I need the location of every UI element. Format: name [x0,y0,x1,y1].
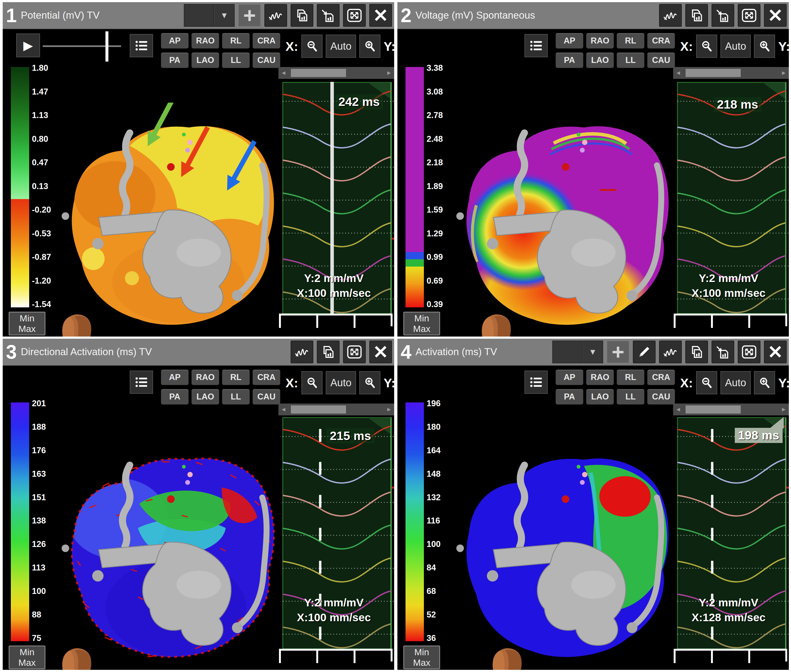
signals-button[interactable] [290,341,313,363]
close-button[interactable]: ✕ [369,4,392,27]
view-button[interactable]: CAU [252,389,280,405]
view-button[interactable]: RL [617,370,645,385]
view-button[interactable]: LAO [191,389,219,405]
scroll-right-icon[interactable]: ► [384,69,394,77]
ecg-scrollbar[interactable]: ◄► [278,67,394,79]
list-menu-button[interactable] [525,371,548,394]
copy-map-button[interactable] [685,341,708,363]
auto-scale-button[interactable]: Auto [326,35,356,58]
ecg-strip[interactable]: 218 ms Y:2 mm/mV X:100 mm/sec [673,82,789,330]
map-selector-dropdown[interactable]: ▼ [552,341,603,363]
view-button[interactable]: CRA [252,33,280,49]
color-scale-bar[interactable] [406,402,424,641]
scroll-left-icon[interactable]: ◄ [278,69,289,77]
view-button[interactable]: CAU [252,53,280,68]
edit-pencil-button[interactable] [633,341,656,363]
view-button[interactable]: PA [161,53,189,68]
import-map-button[interactable] [317,4,340,27]
expand-button[interactable] [343,4,366,27]
view-button[interactable]: LL [617,53,645,68]
scroll-track[interactable] [289,405,384,413]
view-button[interactable]: AP [161,370,189,385]
scroll-thumb[interactable] [291,405,346,413]
view-button[interactable]: AP [555,33,583,49]
view-button[interactable]: LL [617,389,645,405]
auto-scale-button[interactable]: Auto [720,35,751,58]
scroll-right-icon[interactable]: ► [778,69,789,77]
list-menu-button[interactable] [130,34,153,57]
copy-map-button[interactable] [317,341,340,363]
auto-scale-button[interactable]: Auto [720,371,751,394]
import-map-button[interactable] [712,4,734,27]
view-button[interactable]: LAO [586,53,614,68]
list-menu-button[interactable] [525,34,548,57]
color-scale-bar[interactable] [11,67,29,307]
ecg-scrollbar[interactable]: ◄► [673,67,789,79]
minmax-button[interactable]: MinMax [403,312,440,336]
add-map-button[interactable]: + [238,4,261,27]
scroll-left-icon[interactable]: ◄ [673,69,684,77]
heart-3d-view[interactable] [443,102,687,336]
zoom-in-button[interactable] [359,371,380,394]
close-button[interactable]: ✕ [764,341,787,363]
view-button[interactable]: CRA [647,33,675,49]
view-button[interactable]: LAO [586,389,614,405]
view-button[interactable]: LAO [191,53,219,68]
replay-slider[interactable] [43,32,121,61]
import-map-button[interactable] [712,341,734,363]
view-button[interactable]: RAO [586,370,614,385]
expand-button[interactable] [738,4,761,27]
view-button[interactable]: CRA [252,370,280,385]
scroll-track[interactable] [684,69,778,77]
ecg-scrollbar[interactable]: ◄► [673,403,789,415]
heart-3d-view[interactable] [49,102,292,336]
view-button[interactable]: AP [555,370,583,385]
color-scale-bar[interactable] [11,402,29,641]
view-button[interactable]: RL [222,33,250,49]
view-button[interactable]: CAU [647,53,675,68]
torso-orientation-icon[interactable] [489,646,525,670]
color-scale-bar[interactable] [406,67,424,307]
close-button[interactable]: ✕ [764,4,787,27]
copy-map-button[interactable] [685,4,708,27]
close-button[interactable]: ✕ [369,341,392,363]
scroll-right-icon[interactable]: ► [384,406,394,413]
torso-orientation-icon[interactable] [478,312,514,336]
minmax-button[interactable]: MinMax [9,312,45,336]
heart-3d-view[interactable] [49,435,292,670]
view-button[interactable]: PA [555,389,583,405]
scroll-left-icon[interactable]: ◄ [673,406,684,413]
list-menu-button[interactable] [130,371,153,394]
scroll-thumb[interactable] [291,69,346,77]
ecg-strip[interactable]: 242 ms Y:2 mm/mV X:100 mm/sec [278,82,394,330]
scroll-thumb[interactable] [685,69,741,77]
ecg-strip[interactable]: 215 ms Y:2 mm/mV X:100 mm/sec [278,417,394,666]
ecg-strip[interactable]: 198 ms Y:2 mm/mV X:128 mm/sec [673,417,789,666]
torso-orientation-icon[interactable] [59,312,95,336]
auto-scale-button[interactable]: Auto [326,371,356,394]
view-button[interactable]: LL [222,389,250,405]
signals-button[interactable] [659,341,682,363]
zoom-out-button[interactable] [696,371,717,394]
minmax-button[interactable]: MinMax [403,646,440,669]
heart-3d-view[interactable] [443,435,687,670]
view-button[interactable]: RAO [191,33,219,49]
scroll-track[interactable] [684,405,778,413]
signals-button[interactable] [659,4,682,27]
zoom-in-button[interactable] [754,371,775,394]
view-button[interactable]: RAO [586,33,614,49]
replay-play-button[interactable]: ▶ [16,34,40,57]
map-selector-dropdown[interactable]: ▼ [184,4,235,27]
zoom-out-button[interactable] [302,371,322,394]
view-button[interactable]: CRA [647,370,675,385]
zoom-in-button[interactable] [754,35,775,58]
zoom-out-button[interactable] [696,35,717,58]
view-button[interactable]: PA [555,53,583,68]
expand-button[interactable] [738,341,761,363]
view-button[interactable]: RAO [191,370,219,385]
ecg-scrollbar[interactable]: ◄► [278,403,394,415]
scroll-thumb[interactable] [685,405,741,413]
view-button[interactable]: CAU [647,389,675,405]
copy-map-button[interactable] [290,4,313,27]
view-button[interactable]: RL [222,370,250,385]
